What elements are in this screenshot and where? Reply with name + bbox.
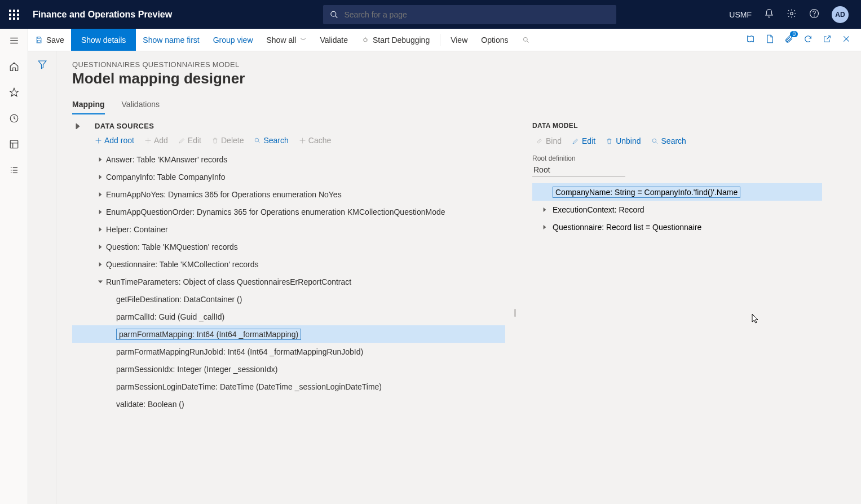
tree-node[interactable]: parmSessionIdx: Integer (Integer _sessio… — [72, 360, 505, 378]
add-label: Add — [154, 136, 168, 145]
svg-rect-8 — [17, 17, 19, 20]
add-root-label: Add root — [104, 136, 134, 145]
splitter[interactable] — [512, 122, 518, 504]
add-root-button[interactable]: Add root — [95, 136, 134, 145]
command-bar: Save Show details Show name first Group … — [28, 29, 861, 51]
edit-button: Edit — [178, 136, 201, 145]
validate-button[interactable]: Validate — [313, 29, 355, 51]
svg-marker-17 — [10, 89, 18, 96]
root-definition-value[interactable]: Root — [532, 163, 625, 176]
show-name-first-button[interactable]: Show name first — [136, 29, 206, 51]
svg-point-30 — [364, 38, 367, 42]
app-title: Finance and Operations Preview — [33, 10, 172, 20]
tree-node[interactable]: parmFormatMappingRunJobId: Int64 (Int64 … — [72, 343, 505, 360]
dm-node-label: ExecutionContext: Record — [553, 205, 644, 214]
save-button[interactable]: Save — [28, 29, 71, 51]
data-sources-tree[interactable]: Answer: Table 'KMAnswer' recordsCompanyI… — [72, 151, 512, 504]
global-search[interactable] — [323, 5, 616, 24]
group-view-button[interactable]: Group view — [206, 29, 260, 51]
data-model-toolbar: Bind Edit Unbind Search — [532, 136, 822, 151]
document-icon[interactable] — [765, 34, 774, 45]
tree-node[interactable]: Questionnaire: Table 'KMCollection' reco… — [72, 255, 505, 273]
svg-marker-58 — [98, 280, 103, 283]
left-nav-rail — [0, 29, 28, 504]
modules-icon[interactable] — [9, 165, 19, 178]
start-debugging-button[interactable]: Start Debugging — [355, 29, 436, 51]
tree-node[interactable]: parmSessionLoginDateTime: DateTime (Date… — [72, 378, 505, 395]
dm-tree-node[interactable]: CompanyName: String = CompanyInfo.'find(… — [532, 183, 822, 201]
svg-point-47 — [255, 138, 259, 142]
bind-label: Bind — [546, 136, 562, 145]
tree-node[interactable]: Question: Table 'KMQuestion' records — [72, 238, 505, 255]
tree-node[interactable]: EnumAppNoYes: Dynamics 365 for Operation… — [72, 185, 505, 203]
page-tabs: Mapping Validations — [72, 100, 851, 115]
header-right: USMF AD — [717, 6, 861, 23]
view-menu[interactable]: View — [444, 29, 474, 51]
right-commands: 0 — [746, 34, 861, 45]
svg-rect-29 — [38, 40, 41, 42]
global-search-input[interactable] — [344, 10, 610, 19]
hamburger-icon[interactable] — [9, 36, 19, 48]
dm-tree-node[interactable]: Questionnaire: Record list = Questionnai… — [532, 218, 822, 236]
node-label: EnumAppQuestionOrder: Dynamics 365 for O… — [106, 207, 445, 216]
page-title: Model mapping designer — [72, 70, 851, 87]
data-model-tree[interactable]: CompanyName: String = CompanyInfo.'find(… — [532, 183, 822, 236]
tree-node[interactable]: getFileDestination: DataContainer () — [72, 290, 505, 308]
tab-mapping[interactable]: Mapping — [72, 100, 105, 114]
dm-tree-node[interactable]: ExecutionContext: Record — [532, 201, 822, 218]
view-label: View — [451, 36, 467, 45]
svg-point-36 — [523, 37, 527, 41]
company-picker[interactable]: USMF — [729, 10, 752, 19]
data-sources-title: DATA SOURCES — [95, 122, 154, 130]
unbind-label: Unbind — [616, 136, 641, 145]
search-button[interactable]: Search — [254, 136, 288, 145]
home-icon[interactable] — [9, 61, 19, 74]
tab-validations[interactable]: Validations — [122, 100, 160, 114]
caret-icon — [95, 280, 106, 284]
notifications-icon[interactable] — [764, 8, 774, 20]
svg-point-9 — [331, 11, 336, 16]
root-definition-label: Root definition — [532, 154, 822, 162]
workspaces-icon[interactable] — [9, 139, 19, 152]
tree-node[interactable]: RunTimeParameters: Object of class Quest… — [72, 273, 505, 290]
app-launcher-icon[interactable] — [0, 10, 28, 20]
tree-node[interactable]: parmCallId: Guid (Guid _callId) — [72, 308, 505, 325]
svg-marker-52 — [99, 175, 102, 179]
close-button[interactable] — [842, 34, 851, 45]
node-label: Question: Table 'KMQuestion' records — [106, 242, 238, 251]
tree-node[interactable]: CompanyInfo: Table CompanyInfo — [72, 168, 505, 185]
map-icon[interactable] — [746, 34, 755, 45]
save-label: Save — [46, 36, 64, 45]
svg-marker-53 — [99, 192, 102, 197]
svg-rect-0 — [9, 10, 11, 12]
unbind-button[interactable]: Unbind — [606, 136, 641, 145]
show-all-dropdown[interactable]: Show all﹀ — [260, 29, 314, 51]
node-label: parmSessionIdx: Integer (Integer _sessio… — [116, 365, 277, 374]
collapse-toggle[interactable] — [72, 123, 83, 129]
favorites-icon[interactable] — [9, 87, 19, 100]
filter-icon[interactable] — [37, 59, 47, 504]
tree-node[interactable]: Helper: Container — [72, 220, 505, 238]
find-button[interactable] — [515, 29, 537, 51]
node-label: parmFormatMapping: Int64 (Int64 _formatM… — [116, 329, 301, 340]
attachments-button[interactable]: 0 — [784, 34, 793, 45]
help-icon[interactable] — [809, 8, 819, 20]
tree-node[interactable]: validate: Boolean () — [72, 395, 505, 413]
dm-edit-button[interactable]: Edit — [572, 136, 595, 145]
tree-node[interactable]: EnumAppQuestionOrder: Dynamics 365 for O… — [72, 203, 505, 220]
svg-marker-55 — [99, 227, 102, 232]
refresh-icon[interactable] — [803, 34, 813, 45]
tree-node[interactable]: parmFormatMapping: Int64 (Int64 _formatM… — [72, 325, 505, 343]
recent-icon[interactable] — [9, 113, 19, 126]
options-menu[interactable]: Options — [474, 29, 515, 51]
user-avatar[interactable]: AD — [832, 6, 849, 23]
caret-icon — [95, 262, 106, 267]
tree-node[interactable]: Answer: Table 'KMAnswer' records — [72, 151, 505, 168]
dm-search-button[interactable]: Search — [651, 136, 686, 145]
show-details-button[interactable]: Show details — [71, 29, 136, 51]
popout-icon[interactable] — [823, 34, 832, 45]
dm-search-label: Search — [661, 136, 686, 145]
search-icon — [330, 10, 338, 19]
gear-icon[interactable] — [787, 8, 797, 20]
node-label: parmCallId: Guid (Guid _callId) — [116, 312, 224, 321]
